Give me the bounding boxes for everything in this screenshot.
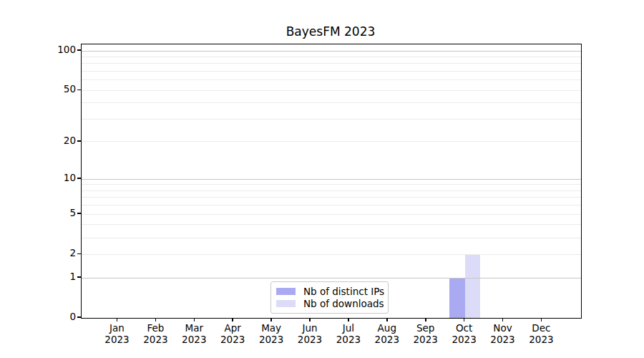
y-tick-mark-0 (77, 316, 81, 318)
gridline-4 (82, 224, 581, 225)
gridline-10 (82, 179, 581, 180)
gridline-60 (82, 79, 581, 80)
x-tick-mark-apr (232, 318, 233, 321)
y-tick-mark-5 (77, 213, 81, 214)
x-tick-label-apr: Apr2023 (211, 322, 254, 345)
y-tick-label-1: 1 (0, 272, 76, 282)
x-tick-label-nov: Nov2023 (482, 322, 525, 345)
y-tick-mark-2 (77, 253, 81, 255)
bar-oct-series0 (449, 278, 465, 318)
x-tick-label-aug: Aug2023 (366, 322, 409, 345)
gridline-80 (82, 63, 581, 64)
gridline-7 (82, 197, 581, 198)
bar-oct-series1 (465, 254, 481, 318)
x-tick-mark-nov (502, 318, 504, 321)
gridline-100 (82, 51, 581, 52)
y-tick-mark-50 (77, 90, 81, 91)
y-tick-mark-10 (77, 178, 81, 179)
y-tick-label-100: 100 (0, 45, 76, 55)
y-tick-label-0: 0 (0, 312, 76, 322)
x-tick-label-mar: Mar2023 (172, 322, 215, 345)
y-tick-label-5: 5 (0, 208, 76, 218)
gridline-20 (82, 141, 581, 142)
gridline-2 (82, 254, 581, 255)
y-tick-label-20: 20 (0, 136, 76, 146)
gridline-9 (82, 184, 581, 185)
y-tick-mark-1 (77, 276, 81, 278)
x-tick-mark-feb (155, 318, 157, 321)
legend-item-downloads: Nb of downloads (276, 298, 382, 309)
x-tick-mark-jun (309, 318, 311, 321)
gridline-6 (82, 205, 581, 205)
y-tick-label-2: 2 (0, 248, 76, 258)
y-tick-label-10: 10 (0, 173, 76, 183)
legend-item-distinct-ips: Nb of distinct IPs (276, 286, 382, 297)
gridline-8 (82, 190, 581, 191)
x-tick-mark-dec (541, 318, 542, 321)
legend-label-distinct-ips: Nb of distinct IPs (303, 286, 384, 297)
gridline-90 (82, 57, 581, 57)
x-tick-mark-aug (386, 318, 388, 321)
legend-label-downloads: Nb of downloads (303, 298, 384, 309)
gridline-5 (82, 214, 581, 215)
x-tick-mark-oct (464, 318, 465, 321)
y-tick-mark-20 (77, 140, 81, 142)
x-tick-label-dec: Dec2023 (519, 322, 562, 345)
x-tick-label-may: May2023 (250, 322, 293, 345)
x-tick-mark-mar (194, 318, 195, 321)
chart-title: BayesFM 2023 (81, 24, 580, 39)
gridline-3 (82, 238, 581, 238)
gridline-40 (82, 102, 581, 103)
x-tick-mark-may (270, 318, 272, 321)
gridline-30 (82, 119, 581, 120)
x-tick-label-jan: Jan2023 (96, 322, 139, 345)
x-tick-mark-jul (348, 318, 349, 321)
plot-area (81, 44, 582, 319)
y-tick-label-50: 50 (0, 84, 76, 95)
x-tick-label-sep: Sep2023 (404, 322, 447, 345)
gridline-50 (82, 90, 581, 91)
y-tick-mark-100 (77, 49, 81, 51)
legend-swatch-distinct-ips (276, 288, 296, 295)
x-tick-mark-jan (117, 318, 118, 321)
x-tick-label-feb: Feb2023 (134, 322, 177, 345)
x-tick-mark-sep (425, 318, 426, 321)
gridline-70 (82, 71, 581, 72)
legend: Nb of distinct IPs Nb of downloads (270, 281, 389, 314)
x-tick-label-jun: Jun2023 (288, 322, 331, 345)
x-tick-label-oct: Oct2023 (443, 322, 486, 345)
chart-figure: BayesFM 2023 Nb of distinct IPs Nb of do… (0, 0, 644, 358)
gridline-1 (82, 278, 581, 279)
legend-swatch-downloads (276, 300, 296, 307)
x-tick-label-jul: Jul2023 (327, 322, 370, 345)
